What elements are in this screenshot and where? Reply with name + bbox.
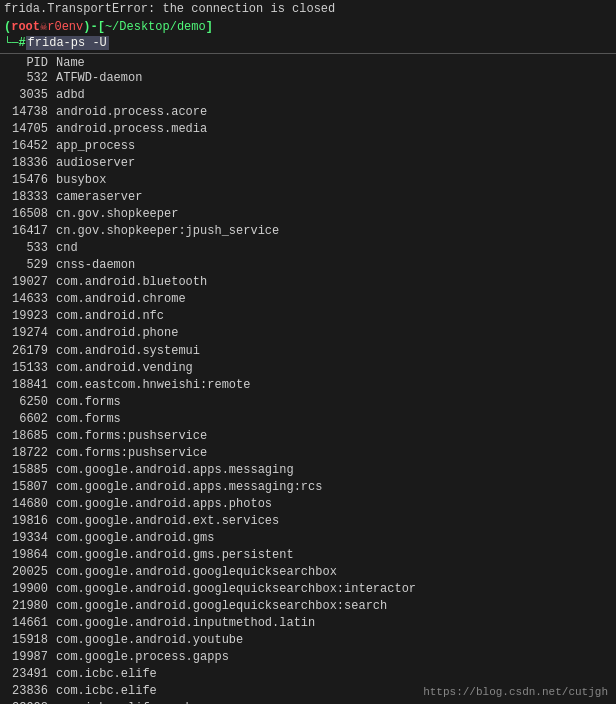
table-row: 16417cn.gov.shopkeeper:jpush_service — [4, 223, 612, 240]
table-row: 19334com.google.android.gms — [4, 530, 612, 547]
table-row: 19274com.android.phone — [4, 325, 612, 342]
pid-cell: 14738 — [4, 104, 56, 121]
table-row: 6250com.forms — [4, 394, 612, 411]
pid-cell: 19864 — [4, 547, 56, 564]
table-row: 15885com.google.android.apps.messaging — [4, 462, 612, 479]
pid-cell: 23491 — [4, 666, 56, 683]
command-text: frida-ps -U — [26, 36, 109, 50]
table-row: 18841com.eastcom.hnweishi:remote — [4, 377, 612, 394]
pid-cell: 6602 — [4, 411, 56, 428]
name-cell: com.google.android.apps.messaging — [56, 462, 612, 479]
pid-cell: 14705 — [4, 121, 56, 138]
table-row: 14633com.android.chrome — [4, 291, 612, 308]
table-row: 533cnd — [4, 240, 612, 257]
name-cell: com.google.android.gms — [56, 530, 612, 547]
table-row: 3035adbd — [4, 87, 612, 104]
pid-cell: 19987 — [4, 649, 56, 666]
pid-cell: 14633 — [4, 291, 56, 308]
name-cell: app_process — [56, 138, 612, 155]
prompt-bracket-close: )-[ — [83, 20, 105, 34]
divider — [0, 53, 616, 54]
table-row: 14738android.process.acore — [4, 104, 612, 121]
pid-cell: 15918 — [4, 632, 56, 649]
name-cell: com.android.systemui — [56, 343, 612, 360]
pid-cell: 19816 — [4, 513, 56, 530]
table-row: 21980com.google.android.googlequicksearc… — [4, 598, 612, 615]
table-row: 15476busybox — [4, 172, 612, 189]
pid-cell: 19900 — [4, 581, 56, 598]
terminal-window: frida.TransportError: the connection is … — [0, 0, 616, 704]
prompt-line: (root☠r0env)-[~/Desktop/demo] — [0, 18, 616, 35]
pid-cell: 19334 — [4, 530, 56, 547]
pid-cell: 18722 — [4, 445, 56, 462]
table-row: 14661com.google.android.inputmethod.lati… — [4, 615, 612, 632]
table-row: 20025com.google.android.googlequicksearc… — [4, 564, 612, 581]
prompt-path: ~/Desktop/demo — [105, 20, 206, 34]
name-cell: com.icbc.elife — [56, 666, 612, 683]
pid-cell: 18336 — [4, 155, 56, 172]
name-cell: com.forms:pushservice — [56, 428, 612, 445]
prompt-root: root — [11, 20, 40, 34]
pid-cell: 15885 — [4, 462, 56, 479]
table-row: 19864com.google.android.gms.persistent — [4, 547, 612, 564]
name-cell: adbd — [56, 87, 612, 104]
name-cell: com.google.android.apps.photos — [56, 496, 612, 513]
name-cell: com.google.android.youtube — [56, 632, 612, 649]
header-name: Name — [56, 56, 612, 70]
name-cell: com.android.chrome — [56, 291, 612, 308]
pid-cell: 21980 — [4, 598, 56, 615]
name-cell: com.android.vending — [56, 360, 612, 377]
error-text: frida.TransportError: the connection is … — [4, 2, 335, 16]
pid-cell: 23836 — [4, 683, 56, 700]
table-row: 19816com.google.android.ext.services — [4, 513, 612, 530]
name-cell: com.google.android.ext.services — [56, 513, 612, 530]
table-header: PID Name — [0, 56, 616, 70]
pid-cell: 19027 — [4, 274, 56, 291]
table-row: 6602com.forms — [4, 411, 612, 428]
pid-cell: 14661 — [4, 615, 56, 632]
table-row: 23908com.icbc.elife:push — [4, 700, 612, 704]
prompt-r0env: r0env — [47, 20, 83, 34]
table-row: 14680com.google.android.apps.photos — [4, 496, 612, 513]
pid-cell: 529 — [4, 257, 56, 274]
table-row: 18722com.forms:pushservice — [4, 445, 612, 462]
pid-cell: 19923 — [4, 308, 56, 325]
name-cell: com.google.android.inputmethod.latin — [56, 615, 612, 632]
name-cell: com.icbc.elife:push — [56, 700, 612, 704]
name-cell: com.google.process.gapps — [56, 649, 612, 666]
name-cell: com.android.phone — [56, 325, 612, 342]
header-pid: PID — [4, 56, 56, 70]
name-cell: com.android.nfc — [56, 308, 612, 325]
prompt-path-close: ] — [206, 20, 213, 34]
name-cell: com.android.bluetooth — [56, 274, 612, 291]
table-row: 19900com.google.android.googlequicksearc… — [4, 581, 612, 598]
name-cell: com.google.android.googlequicksearchbox — [56, 564, 612, 581]
table-row: 529cnss-daemon — [4, 257, 612, 274]
name-cell: ATFWD-daemon — [56, 70, 612, 87]
table-row: 18333cameraserver — [4, 189, 612, 206]
table-row: 15133com.android.vending — [4, 360, 612, 377]
table-row: 532ATFWD-daemon — [4, 70, 612, 87]
pid-cell: 15133 — [4, 360, 56, 377]
table-row: 19923com.android.nfc — [4, 308, 612, 325]
table-row: 19987com.google.process.gapps — [4, 649, 612, 666]
pid-cell: 6250 — [4, 394, 56, 411]
name-cell: audioserver — [56, 155, 612, 172]
name-cell: android.process.media — [56, 121, 612, 138]
pid-cell: 18333 — [4, 189, 56, 206]
pid-cell: 14680 — [4, 496, 56, 513]
name-cell: com.google.android.googlequicksearchbox:… — [56, 598, 612, 615]
pid-cell: 15807 — [4, 479, 56, 496]
process-list: 532ATFWD-daemon3035adbd14738android.proc… — [0, 70, 616, 704]
table-row: 16508cn.gov.shopkeeper — [4, 206, 612, 223]
name-cell: com.google.android.gms.persistent — [56, 547, 612, 564]
command-line: └─# frida-ps -U — [0, 35, 616, 51]
name-cell: com.forms — [56, 411, 612, 428]
name-cell: cameraserver — [56, 189, 612, 206]
table-row: 19027com.android.bluetooth — [4, 274, 612, 291]
name-cell: com.google.android.apps.messaging:rcs — [56, 479, 612, 496]
table-row: 15918com.google.android.youtube — [4, 632, 612, 649]
pid-cell: 18685 — [4, 428, 56, 445]
name-cell: com.forms:pushservice — [56, 445, 612, 462]
table-row: 23491com.icbc.elife — [4, 666, 612, 683]
